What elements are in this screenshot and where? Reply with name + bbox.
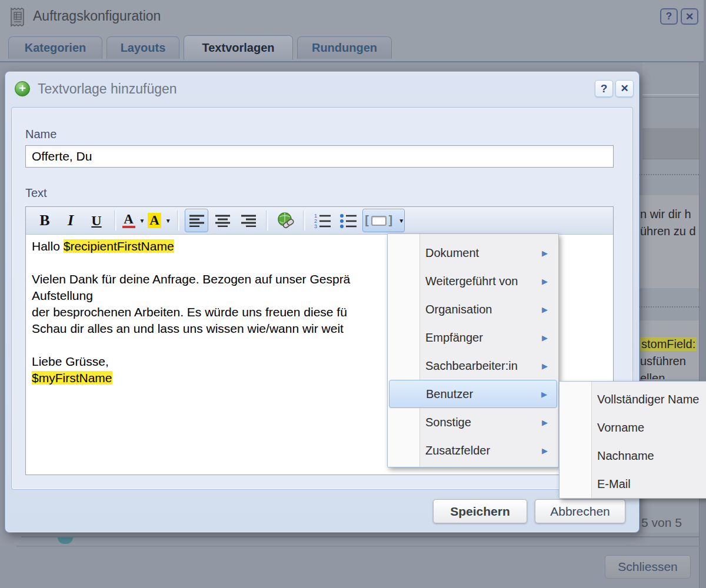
underline-button[interactable]: U (85, 209, 108, 232)
text-run: der besprochenen Arbeiten. Es würde uns … (32, 305, 347, 319)
menu-item-sachbearbeiter-in[interactable]: Sachbearbeiter:in▶ (389, 352, 557, 380)
window-help-button[interactable]: ? (660, 8, 678, 25)
variable-placeholder-icon: [] (363, 213, 394, 228)
text-run: Hallo (32, 239, 64, 253)
align-right-button[interactable] (237, 209, 260, 232)
unordered-list-button[interactable] (337, 209, 360, 232)
background-panel-header (642, 128, 699, 159)
window-title: Auftragskonfiguration (33, 8, 161, 24)
italic-button[interactable]: I (59, 209, 82, 232)
receipt-icon (9, 7, 26, 27)
ordered-list-button[interactable]: 1 2 3 (311, 209, 334, 232)
submenu-item-e-mail[interactable]: E-Mail (561, 470, 706, 498)
add-icon: + (15, 81, 30, 96)
submenu-arrow-icon: ▶ (542, 362, 548, 370)
underline-icon: U (91, 213, 101, 229)
toolbar-separator (303, 211, 305, 230)
menu-item-label: Dokument (425, 246, 479, 260)
align-center-icon (215, 214, 231, 227)
menu-item-label: Zusatzfelder (425, 444, 490, 457)
text-highlight-button[interactable]: A ▼ (148, 209, 171, 232)
pagination-label: 5 von 5 (641, 516, 682, 530)
insert-link-button[interactable] (274, 209, 297, 232)
submenu-arrow-icon: ▶ (542, 277, 548, 286)
submenu-arrow-icon: ▶ (542, 446, 548, 455)
menu-item-zusatzfelder[interactable]: Zusatzfelder▶ (389, 436, 557, 465)
text-run: Vielen Dank für deine Anfrage. Bezogen a… (32, 272, 350, 286)
submenu-item-vorname[interactable]: Vorname (561, 413, 706, 442)
window-close-button[interactable]: ✕ (681, 8, 698, 25)
chevron-down-icon: ▼ (139, 218, 145, 224)
menu-item-label: Benutzer (426, 387, 473, 401)
divider (16, 546, 702, 547)
menu-item-dokument[interactable]: Dokument▶ (389, 239, 557, 267)
benutzer-submenu: Vollständiger NameVornameNachnameE-Mail (559, 381, 706, 499)
divider (21, 536, 699, 537)
name-input[interactable] (25, 145, 614, 168)
cancel-button[interactable]: Abbrechen (535, 499, 625, 523)
submenu-item-label: Nachname (597, 449, 654, 463)
chevron-down-icon: ▼ (398, 218, 404, 224)
tab-kategorien[interactable]: Kategorien (8, 36, 102, 59)
font-color-icon: A (122, 213, 135, 228)
menu-item-label: Empfänger (425, 331, 483, 345)
submenu-item-vollständiger-name[interactable]: Vollständiger Name (561, 385, 706, 413)
ordered-list-icon: 1 2 3 (314, 213, 331, 228)
dialog-header: + Textvorlage hinzufügen ? ✕ (5, 72, 639, 106)
variable-menu: Dokument▶Weitergeführt von▶Organisation▶… (387, 233, 559, 467)
save-button[interactable]: Speichern (433, 499, 527, 523)
menu-item-benutzer[interactable]: Benutzer▶ (389, 380, 557, 408)
app-window: Auftragskonfiguration ? ✕ KategorienLayo… (0, 0, 706, 588)
submenu-arrow-icon: ▶ (542, 333, 548, 342)
submenu-item-nachname[interactable]: Nachname (561, 442, 706, 470)
background-text-fragment: usführen (639, 353, 706, 370)
svg-text:3: 3 (314, 223, 317, 228)
menu-item-label: Organisation (425, 303, 492, 316)
text-highlight-icon: A (148, 213, 161, 228)
background-template-text: n wir dir hühren zu d (639, 195, 706, 288)
align-left-button[interactable] (185, 209, 208, 232)
menu-item-weitergeführt-von[interactable]: Weitergeführt von▶ (389, 267, 557, 295)
menu-item-label: Sachbearbeiter:in (425, 359, 518, 373)
submenu-item-label: Vorname (597, 421, 644, 435)
bold-icon: B (39, 212, 49, 229)
menu-item-label: Sonstige (425, 416, 471, 429)
menu-item-organisation[interactable]: Organisation▶ (389, 295, 557, 323)
divider (642, 94, 699, 95)
submenu-item-label: Vollständiger Name (597, 393, 699, 406)
italic-icon: I (68, 212, 74, 229)
dialog-title: Textvorlage hinzufügen (38, 81, 177, 97)
align-center-button[interactable] (211, 209, 234, 232)
tab-rundungen[interactable]: Rundungen (297, 36, 392, 59)
divider (642, 97, 699, 98)
text-run: Aufstellung (32, 289, 93, 302)
background-template-text: stomField:usführenellen (639, 320, 706, 379)
font-color-button[interactable]: A ▼ (122, 209, 145, 232)
menu-item-empfänger[interactable]: Empfänger▶ (389, 323, 557, 352)
dialog-help-button[interactable]: ? (595, 80, 613, 97)
tab-layouts[interactable]: Layouts (106, 36, 179, 59)
link-globe-icon (277, 212, 294, 229)
bold-button[interactable]: B (33, 209, 56, 232)
menu-item-sonstige[interactable]: Sonstige▶ (389, 408, 557, 436)
align-right-icon (241, 214, 257, 227)
submenu-arrow-icon: ▶ (541, 390, 547, 399)
dotted-divider (639, 174, 699, 175)
insert-variable-button[interactable]: [] ▼ (362, 209, 405, 232)
editor-toolbar: B I U A ▼ A ▼ (26, 207, 613, 235)
submenu-arrow-icon: ▶ (542, 418, 548, 427)
tab-textvorlagen[interactable]: Textvorlagen (184, 35, 293, 60)
toolbar-separator (266, 211, 268, 230)
dotted-divider (639, 306, 699, 308)
dialog-close-button[interactable]: ✕ (615, 80, 634, 97)
submenu-arrow-icon: ▶ (542, 249, 548, 258)
background-text-fragment: ühren zu d (639, 223, 706, 240)
chevron-down-icon: ▼ (165, 218, 171, 224)
text-label: Text (25, 186, 47, 200)
schliessen-button[interactable]: Schliessen (605, 555, 691, 579)
submenu-arrow-icon: ▶ (542, 305, 548, 314)
background-text-fragment: n wir dir h (639, 206, 706, 223)
submenu-item-label: E-Mail (597, 477, 631, 491)
text-run: Schau dir alles an und lass uns wissen w… (32, 322, 344, 335)
toolbar-separator (114, 211, 116, 230)
